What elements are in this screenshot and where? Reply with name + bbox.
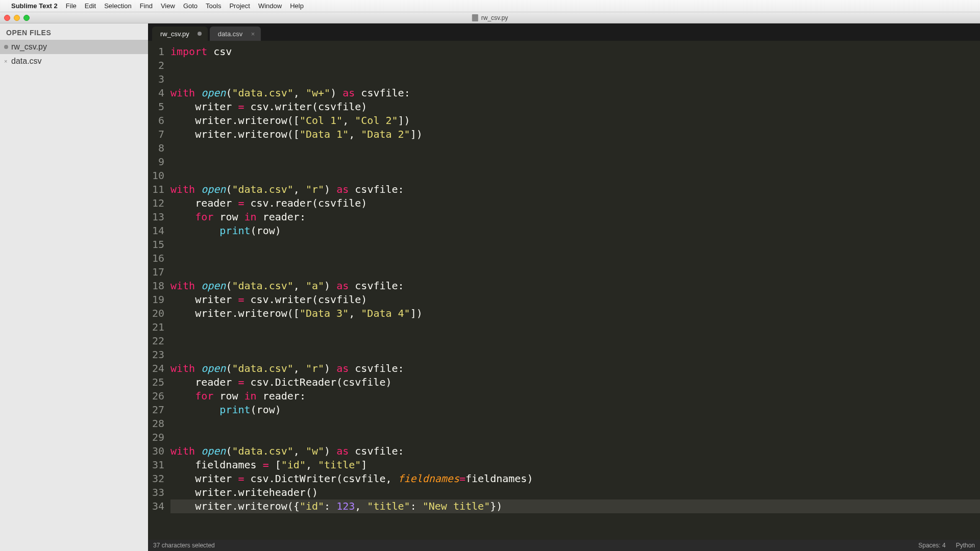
line-number: 7 [148, 128, 164, 141]
tab-rw-csv[interactable]: rw_csv.py [152, 27, 208, 41]
line-number: 10 [148, 169, 164, 183]
close-icon[interactable]: × [4, 59, 8, 63]
line-number: 13 [148, 210, 164, 224]
code-line[interactable]: writer.writeheader() [170, 486, 980, 499]
close-button[interactable] [4, 15, 10, 21]
code-line[interactable]: fieldnames = ["id", "title"] [170, 458, 980, 472]
zoom-button[interactable] [23, 15, 30, 21]
code-line[interactable] [170, 417, 980, 431]
line-number: 6 [148, 114, 164, 128]
line-number: 5 [148, 100, 164, 114]
code-line[interactable]: print(row) [170, 224, 980, 238]
app-name[interactable]: Sublime Text 2 [11, 2, 58, 10]
menu-tools[interactable]: Tools [206, 2, 221, 10]
sidebar-file-data-csv[interactable]: × data.csv [0, 54, 148, 68]
sidebar-file-rw-csv[interactable]: rw_csv.py [0, 40, 148, 54]
line-number: 3 [148, 72, 164, 86]
menu-goto[interactable]: Goto [183, 2, 198, 10]
code-line[interactable]: writer = csv.writer(csvfile) [170, 293, 980, 307]
code-line[interactable]: for row in reader: [170, 389, 980, 403]
sidebar: OPEN FILES rw_csv.py × data.csv [0, 23, 148, 551]
tab-data-csv[interactable]: data.csv × [210, 27, 261, 41]
status-language[interactable]: Python [956, 542, 975, 549]
editor-area: rw_csv.py data.csv × 1234567891011121314… [148, 23, 980, 551]
minimize-button[interactable] [14, 15, 20, 21]
line-number: 19 [148, 293, 164, 307]
code-line[interactable]: for row in reader: [170, 210, 980, 224]
menu-file[interactable]: File [66, 2, 77, 10]
line-number: 34 [148, 499, 164, 513]
line-number: 20 [148, 307, 164, 320]
menu-view[interactable]: View [161, 2, 175, 10]
line-number: 22 [148, 334, 164, 348]
line-number: 18 [148, 279, 164, 293]
code-line[interactable]: with open("data.csv", "w+") as csvfile: [170, 86, 980, 100]
code-line[interactable]: import csv [170, 45, 980, 59]
status-bar: 37 characters selected Spaces: 4 Python [148, 540, 980, 551]
line-number: 17 [148, 265, 164, 279]
line-number: 9 [148, 155, 164, 169]
code-line[interactable] [170, 265, 980, 279]
menu-help[interactable]: Help [290, 2, 304, 10]
line-number: 28 [148, 417, 164, 431]
code-editor[interactable]: 1234567891011121314151617181920212223242… [148, 41, 980, 540]
line-number: 14 [148, 224, 164, 238]
code-line[interactable]: writer.writerow({"id": 123, "title": "Ne… [170, 499, 980, 513]
code-line[interactable]: with open("data.csv", "w") as csvfile: [170, 444, 980, 458]
code-content[interactable]: import csv with open("data.csv", "w+") a… [170, 45, 980, 540]
line-number: 27 [148, 403, 164, 417]
traffic-lights [4, 15, 30, 21]
code-line[interactable]: reader = csv.reader(csvfile) [170, 196, 980, 210]
code-line[interactable]: with open("data.csv", "a") as csvfile: [170, 279, 980, 293]
code-line[interactable]: reader = csv.DictReader(csvfile) [170, 375, 980, 389]
menu-project[interactable]: Project [229, 2, 250, 10]
line-number: 12 [148, 196, 164, 210]
code-line[interactable] [170, 348, 980, 362]
code-line[interactable]: writer = csv.writer(csvfile) [170, 100, 980, 114]
line-number: 33 [148, 486, 164, 499]
code-line[interactable] [170, 169, 980, 183]
line-number: 21 [148, 320, 164, 334]
code-line[interactable]: writer.writerow(["Data 3", "Data 4"]) [170, 307, 980, 320]
sidebar-file-label: rw_csv.py [11, 42, 47, 52]
document-icon [472, 14, 478, 21]
code-line[interactable]: writer.writerow(["Col 1", "Col 2"]) [170, 114, 980, 128]
line-number: 15 [148, 238, 164, 252]
code-line[interactable] [170, 141, 980, 155]
tab-bar: rw_csv.py data.csv × [148, 23, 980, 41]
line-number: 1 [148, 45, 164, 59]
code-line[interactable] [170, 155, 980, 169]
line-number: 16 [148, 252, 164, 265]
menu-edit[interactable]: Edit [85, 2, 96, 10]
close-icon[interactable]: × [251, 30, 255, 38]
menu-selection[interactable]: Selection [104, 2, 131, 10]
code-line[interactable]: with open("data.csv", "r") as csvfile: [170, 362, 980, 375]
line-number: 31 [148, 458, 164, 472]
status-spaces[interactable]: Spaces: 4 [918, 542, 945, 549]
code-line[interactable]: writer = csv.DictWriter(csvfile, fieldna… [170, 472, 980, 486]
window-title-text: rw_csv.py [481, 14, 508, 21]
code-line[interactable] [170, 238, 980, 252]
line-number-gutter: 1234567891011121314151617181920212223242… [148, 45, 170, 540]
code-line[interactable] [170, 72, 980, 86]
code-line[interactable] [170, 252, 980, 265]
menu-find[interactable]: Find [140, 2, 153, 10]
code-line[interactable]: print(row) [170, 403, 980, 417]
code-line[interactable] [170, 334, 980, 348]
tab-label: rw_csv.py [160, 30, 189, 38]
window-titlebar: rw_csv.py [0, 12, 980, 23]
status-selection: 37 characters selected [153, 542, 215, 549]
code-line[interactable]: with open("data.csv", "r") as csvfile: [170, 183, 980, 196]
code-line[interactable] [170, 320, 980, 334]
line-number: 24 [148, 362, 164, 375]
code-line[interactable] [170, 59, 980, 72]
modified-dot-icon [4, 45, 8, 49]
modified-dot-icon [198, 32, 202, 36]
code-line[interactable]: writer.writerow(["Data 1", "Data 2"]) [170, 128, 980, 141]
menu-window[interactable]: Window [258, 2, 282, 10]
code-line[interactable] [170, 431, 980, 444]
line-number: 30 [148, 444, 164, 458]
tab-label: data.csv [218, 30, 242, 38]
macos-menubar: Sublime Text 2 File Edit Selection Find … [0, 0, 980, 12]
line-number: 23 [148, 348, 164, 362]
